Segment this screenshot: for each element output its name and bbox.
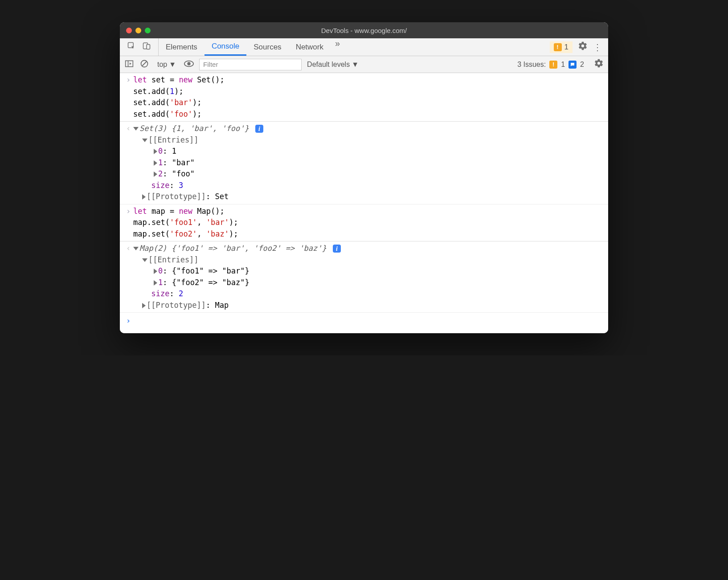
sidebar-toggle-icon[interactable] — [124, 60, 134, 69]
context-label: top — [157, 61, 167, 69]
panel-tabs: Elements Console Sources Network » ! 1 ⋮ — [120, 38, 608, 56]
issues-warn-count: 1 — [561, 61, 565, 69]
issues-msg-count: 2 — [580, 61, 584, 69]
warning-icon: ! — [554, 43, 562, 51]
svg-line-7 — [142, 61, 147, 66]
window-controls — [120, 28, 151, 33]
more-tabs-icon[interactable]: » — [331, 38, 344, 56]
inspect-icon[interactable] — [127, 41, 136, 53]
issues-label: 3 Issues: — [517, 61, 546, 69]
maximize-icon[interactable] — [145, 28, 151, 33]
warning-count: 1 — [564, 43, 568, 52]
expand-icon[interactable] — [154, 160, 157, 166]
settings-icon[interactable] — [578, 41, 588, 53]
message-icon — [568, 61, 577, 69]
tab-sources[interactable]: Sources — [246, 38, 288, 56]
console-output: › let set = new Set(); set.add(1); set.a… — [120, 73, 608, 333]
warning-icon: ! — [549, 61, 557, 69]
svg-rect-2 — [147, 45, 150, 49]
output-chevron-icon: ‹ — [123, 123, 133, 203]
warnings-badge[interactable]: ! 1 — [550, 41, 573, 53]
info-icon[interactable]: i — [333, 245, 341, 253]
expand-icon[interactable] — [154, 172, 157, 177]
close-icon[interactable] — [126, 28, 132, 33]
chevron-down-icon: ▼ — [352, 61, 359, 69]
console-output-row: ‹ Set(3) {1, 'bar', 'foo'} i [[Entries]]… — [120, 122, 608, 204]
expand-icon[interactable] — [133, 247, 139, 250]
devtools-window: DevTools - www.google.com/ Elements Cons… — [120, 22, 608, 333]
clear-console-icon[interactable] — [139, 59, 149, 70]
kebab-menu-icon[interactable]: ⋮ — [593, 42, 602, 53]
expand-icon[interactable] — [154, 269, 157, 274]
expand-icon[interactable] — [142, 258, 147, 262]
svg-point-9 — [187, 62, 190, 65]
filter-placeholder: Filter — [203, 61, 218, 68]
console-toolbar: top ▼ Filter Default levels ▼ 3 Issues: … — [120, 56, 608, 73]
input-chevron-icon: › — [123, 74, 133, 120]
chevron-down-icon: ▼ — [169, 61, 176, 69]
tab-network[interactable]: Network — [289, 38, 331, 56]
expand-icon[interactable] — [142, 194, 146, 200]
console-input-row: › let set = new Set(); set.add(1); set.a… — [120, 73, 608, 121]
info-icon[interactable]: i — [255, 125, 263, 133]
object-tree[interactable]: Set(3) {1, 'bar', 'foo'} i [[Entries]]0:… — [133, 123, 608, 203]
expand-icon[interactable] — [142, 303, 146, 308]
tab-elements[interactable]: Elements — [159, 38, 204, 56]
code-input: let set = new Set(); set.add(1); set.add… — [133, 74, 608, 120]
context-selector[interactable]: top ▼ — [155, 61, 179, 69]
minimize-icon[interactable] — [135, 28, 141, 33]
tab-console[interactable]: Console — [204, 38, 246, 56]
svg-marker-5 — [130, 62, 131, 65]
prompt-input[interactable] — [133, 315, 608, 327]
svg-rect-3 — [126, 61, 133, 66]
levels-label: Default levels — [307, 61, 350, 69]
expand-icon[interactable] — [142, 139, 147, 142]
prompt-chevron-icon: › — [123, 315, 133, 327]
expand-icon[interactable] — [154, 280, 157, 286]
console-prompt[interactable]: › — [120, 313, 608, 333]
code-input: let map = new Map(); map.set('foo1', 'ba… — [133, 206, 608, 240]
device-toggle-icon[interactable] — [142, 41, 151, 53]
live-expression-icon[interactable] — [184, 60, 194, 69]
console-output-row: ‹ Map(2) {'foo1' => 'bar', 'foo2' => 'ba… — [120, 241, 608, 313]
object-tree[interactable]: Map(2) {'foo1' => 'bar', 'foo2' => 'baz'… — [133, 243, 608, 311]
log-levels-selector[interactable]: Default levels ▼ — [307, 61, 359, 69]
filter-input[interactable]: Filter — [199, 59, 302, 70]
expand-icon[interactable] — [133, 127, 139, 131]
window-title: DevTools - www.google.com/ — [120, 27, 608, 34]
input-chevron-icon: › — [123, 206, 133, 240]
issues-summary[interactable]: 3 Issues: ! 1 2 — [517, 61, 584, 69]
console-input-row: › let map = new Map(); map.set('foo1', '… — [120, 204, 608, 241]
console-settings-icon[interactable] — [594, 58, 604, 70]
output-chevron-icon: ‹ — [123, 243, 133, 311]
expand-icon[interactable] — [154, 149, 157, 154]
titlebar: DevTools - www.google.com/ — [120, 22, 608, 38]
